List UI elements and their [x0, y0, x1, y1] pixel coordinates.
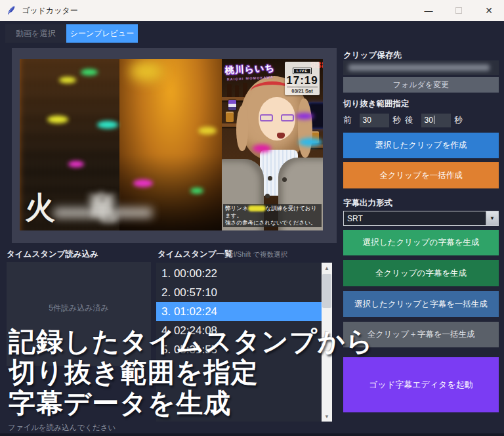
censor-blob [47, 116, 68, 123]
video-preview-panel: 桃川らいち RAICHI MOMOKAWA 888 LIVE 17:19 03/… [12, 48, 337, 243]
after-seconds-input[interactable]: 30 [421, 114, 451, 127]
censor-blob [133, 179, 153, 187]
blurred-path-text [348, 64, 490, 71]
timestamp-items: 1. 00:00:22 2. 00:57:10 3. 01:02:24 4. 0… [156, 264, 322, 359]
coat-button [268, 176, 272, 181]
coat-button [282, 177, 287, 182]
minimize-button[interactable]: — [413, 0, 444, 21]
coat-button [265, 194, 270, 198]
scroll-down-icon[interactable]: ▼ [322, 411, 332, 422]
mug [226, 112, 234, 122]
after-label: 後 [405, 115, 413, 126]
chevron-down-icon[interactable]: ▼ [486, 211, 498, 225]
stream-subtitle: 弊リンネな訓練を受けております。 強さの参考にされないでください。 [223, 204, 322, 227]
subtitle-format-value: SRT [344, 214, 486, 223]
launch-subtitle-editor-button[interactable]: ゴッド字幕エディタを起動 [343, 357, 499, 412]
seconds-unit: 秒 [393, 115, 402, 126]
pixel-character-pin [228, 100, 236, 110]
tab-scene-preview[interactable]: シーンプレビュー [66, 24, 138, 43]
seconds-unit: 秒 [455, 115, 463, 126]
feather-app-icon [6, 5, 16, 16]
bottle [227, 84, 232, 97]
save-path-field[interactable] [343, 60, 499, 75]
timestamp-load-label: タイムスタンプ読み込み [7, 249, 98, 260]
loaded-count-text: 5件読み込み済み [7, 303, 151, 314]
bottom-strip [0, 433, 504, 436]
timestamp-item[interactable]: 2. 00:57:10 [156, 283, 322, 302]
game-kanji-dragon: 竜 [88, 188, 118, 229]
create-selected-clip-button[interactable]: 選択したクリップを作成 [343, 133, 499, 158]
generate-selected-clip-and-subtitles-button[interactable]: 選択したクリップと字幕を一括生成 [343, 291, 499, 317]
vtuber-glasses [260, 114, 294, 122]
timestamp-listbox: 1. 00:00:22 2. 00:57:10 3. 01:02:24 4. 0… [156, 263, 332, 422]
scroll-thumb[interactable] [322, 274, 331, 308]
censor-blob [59, 77, 76, 83]
multiselect-hint: Ctrl/Shift で複数選択 [224, 250, 287, 259]
clip-save-label: クリップ保存先 [343, 50, 402, 61]
generate-all-subtitles-button[interactable]: 全クリップの字幕を生成 [343, 260, 499, 286]
timestamp-item[interactable]: 3. 01:02:24 [156, 302, 322, 321]
timestamp-item[interactable]: 1. 00:00:22 [156, 264, 322, 283]
censor-blob [81, 69, 98, 76]
create-all-clips-button[interactable]: 全クリップを一括作成 [343, 162, 499, 188]
scroll-up-icon[interactable]: ▲ [322, 263, 332, 273]
censor-blob [130, 62, 163, 81]
titlebar: ゴッドカッター — ✕ [0, 0, 504, 21]
stream-clock-overlay: LIVE 17:19 03/21 Sat [285, 62, 320, 95]
clock-time: 17:19 [285, 75, 320, 87]
timestamp-item[interactable]: 4. 02:24:08 [156, 321, 322, 340]
timestamp-item[interactable]: 5. 05:31:55 [156, 340, 322, 359]
video-frame: 桃川らいち RAICHI MOMOKAWA 888 LIVE 17:19 03/… [20, 59, 323, 230]
text-caret [434, 116, 435, 124]
maximize-icon [455, 7, 462, 14]
vtuber-hair-strand [236, 105, 248, 151]
clock-date: 03/21 Sat [287, 87, 318, 94]
generate-all-clips-and-subtitles-button[interactable]: 全クリップ＋字幕を一括生成 [343, 322, 499, 347]
censor-blob [299, 138, 322, 146]
censor-blob [295, 113, 314, 120]
clip-range-label: 切り抜き範囲指定 [343, 98, 410, 110]
tab-video-select[interactable]: 動画を選択 [5, 24, 66, 43]
status-text: ファイルを読み込んでください [8, 423, 116, 433]
live-badge: LIVE [293, 68, 311, 74]
censor-blob [68, 161, 84, 167]
vtuber-mouth [277, 133, 285, 139]
window-controls: — ✕ [413, 0, 504, 21]
maximize-button[interactable] [444, 0, 474, 21]
bottle [235, 85, 239, 97]
censor-blob [253, 144, 271, 152]
streamer-logo: 桃川らいち RAICHI MOMOKAWA [224, 62, 275, 81]
before-label: 前 [343, 115, 352, 126]
change-folder-button[interactable]: フォルダを変更 [343, 77, 499, 93]
censor-blob [198, 127, 217, 135]
generate-selected-subtitles-button[interactable]: 選択したクリップの字幕を生成 [343, 230, 499, 255]
censor-blob [248, 206, 266, 211]
timestamp-list-label: タイムスタンプ一覧 [158, 249, 233, 260]
timestamp-drop-zone[interactable]: 5件読み込み済み [7, 262, 151, 366]
subtitle-format-select[interactable]: SRT ▼ [343, 211, 499, 226]
censor-blob [190, 188, 203, 194]
subtitle-format-label: 字幕出力形式 [343, 198, 392, 209]
censor-blob [97, 121, 118, 129]
video-section-game-fire [119, 59, 222, 230]
list-scrollbar[interactable]: ▲ ▼ [322, 263, 332, 422]
before-seconds-input[interactable]: 30 [360, 114, 389, 127]
app-window: ゴッドカッター — ✕ 動画を選択 シーンプレビュー [0, 0, 504, 436]
clip-range-row: 前 30 秒 後 30 秒 [343, 113, 499, 127]
window-title: ゴッドカッター [22, 5, 78, 16]
close-button[interactable]: ✕ [474, 0, 504, 21]
game-kanji-fire: 火 [25, 188, 55, 229]
